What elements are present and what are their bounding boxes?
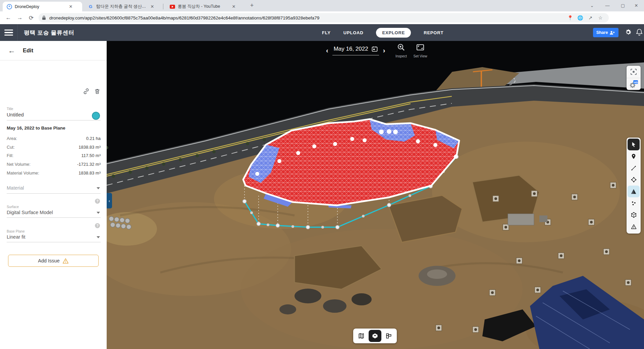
annotation-color-swatch[interactable] xyxy=(92,112,100,120)
inspect-tool[interactable]: Inspect xyxy=(392,43,411,58)
tab-youtube[interactable]: 롱붐 직상차 - YouTube ✕ xyxy=(166,2,242,11)
prev-date-icon[interactable]: ‹ xyxy=(322,47,332,54)
edit-panel-header: ← Edit xyxy=(0,41,107,60)
split-view-button[interactable] xyxy=(382,330,395,342)
youtube-favicon xyxy=(170,5,175,9)
map-viewport[interactable] xyxy=(107,41,644,349)
new-tab-button[interactable]: + xyxy=(247,0,257,11)
tab-title: 롱붐 직상차 - YouTube xyxy=(178,4,228,9)
app-header: 평택 포승 물류센터 FLY UPLOAD EXPLORE REPORT Sha… xyxy=(0,24,644,41)
link-icon[interactable] xyxy=(83,88,90,95)
nav-report[interactable]: REPORT xyxy=(424,30,443,35)
calendar-icon[interactable] xyxy=(372,46,378,52)
reload-icon[interactable]: ⟳ xyxy=(25,14,37,21)
nav-fly[interactable]: FLY xyxy=(322,30,331,35)
tool-select[interactable] xyxy=(628,139,640,150)
chevron-down-icon xyxy=(97,212,100,214)
warning-triangle-icon xyxy=(62,258,69,264)
svg-text:HD: HD xyxy=(634,81,638,84)
close-icon[interactable]: ✕ xyxy=(68,4,74,10)
view-mode-bar xyxy=(353,329,397,343)
tab-title: 탑다운 지하층 굴착 생산성 - Go xyxy=(96,4,147,9)
threed-view-button[interactable] xyxy=(369,330,381,342)
share-button[interactable]: Share xyxy=(593,28,619,37)
inspect-label: Inspect xyxy=(392,54,411,58)
main-nav: FLY UPLOAD EXPLORE REPORT xyxy=(322,24,443,41)
tool-marker[interactable] xyxy=(628,150,640,162)
tool-distance[interactable] xyxy=(628,162,640,174)
field-underline xyxy=(7,242,101,242)
surface-field-label: Surface xyxy=(7,205,19,209)
share-page-icon[interactable]: ↗ xyxy=(585,15,595,20)
tab-search-icon[interactable]: ⌄ xyxy=(584,0,600,11)
base-plane-field-label: Base Plane xyxy=(7,229,25,233)
base-plane-help-icon[interactable]: ? xyxy=(95,223,100,228)
chevron-down-icon xyxy=(97,236,100,238)
address-bar[interactable]: dronedeploy.com/app2/sites/620600cf8875c… xyxy=(39,13,609,22)
notifications-bell-icon[interactable] xyxy=(636,29,643,36)
annotation-tool-rail xyxy=(627,138,641,234)
chevron-left-icon: ‹ xyxy=(109,198,110,203)
stat-label: Cut: xyxy=(7,145,15,150)
stat-label: Area: xyxy=(7,136,17,141)
next-date-icon[interactable]: › xyxy=(379,47,389,54)
back-arrow-icon[interactable]: ← xyxy=(8,46,15,55)
issue-triangle-icon xyxy=(631,223,637,230)
stat-value: 1838.83 m³ xyxy=(78,145,101,150)
area-polygon-icon xyxy=(631,177,637,183)
back-icon[interactable]: ← xyxy=(3,14,14,21)
close-icon[interactable]: ✕ xyxy=(231,4,237,10)
tool-count[interactable] xyxy=(628,197,640,209)
set-view-icon xyxy=(416,43,425,52)
settings-gear-icon[interactable] xyxy=(625,29,632,36)
volume-pyramid-icon xyxy=(630,188,637,195)
stat-cut: Cut: 1838.83 m³ xyxy=(7,145,101,150)
minimize-button[interactable]: — xyxy=(600,0,615,11)
browser-tab-strip: DroneDeploy ✕ G 탑다운 지하층 굴착 생산성 - Go ✕ 롱붐… xyxy=(0,0,644,11)
url-text: dronedeploy.com/app2/sites/620600cf8875c… xyxy=(49,15,565,20)
map-quality-button[interactable]: HD xyxy=(627,78,641,90)
field-underline xyxy=(7,120,101,120)
set-view-tool[interactable]: Set View xyxy=(411,43,430,58)
nav-explore[interactable]: EXPLORE xyxy=(376,28,411,38)
tool-issue[interactable] xyxy=(628,221,640,233)
hamburger-menu-icon[interactable] xyxy=(4,30,13,36)
stat-label: Net Volume: xyxy=(7,162,31,167)
translate-icon[interactable]: 🌐 xyxy=(575,15,585,20)
tab-dronedeploy[interactable]: DroneDeploy ✕ xyxy=(3,2,82,11)
forward-icon[interactable]: → xyxy=(14,14,25,21)
bookmark-star-icon[interactable]: ☆ xyxy=(595,15,605,20)
stat-area: Area: 0.21 ha xyxy=(7,136,101,141)
tool-volume[interactable] xyxy=(628,186,640,197)
recenter-button[interactable] xyxy=(627,66,641,78)
nav-upload[interactable]: UPLOAD xyxy=(343,30,364,35)
tab-google-doc[interactable]: G 탑다운 지하층 굴착 생산성 - Go ✕ xyxy=(85,2,161,11)
delete-trash-icon[interactable] xyxy=(94,88,101,95)
tool-area[interactable] xyxy=(628,174,640,186)
surface-value: Digital Surface Model xyxy=(7,210,53,215)
set-view-label: Set View xyxy=(411,54,430,58)
edit-panel: ← Edit Title May 16, 2022 to Base Plane … xyxy=(0,41,107,349)
close-icon[interactable]: ✕ xyxy=(149,4,155,10)
share-label: Share xyxy=(596,30,608,35)
date-picker[interactable]: May 16, 2022 xyxy=(332,46,379,55)
material-dropdown[interactable]: Material xyxy=(7,185,101,191)
close-window-button[interactable]: ✕ xyxy=(629,0,644,11)
title-input[interactable] xyxy=(7,112,84,117)
tool-model[interactable] xyxy=(628,209,640,221)
lock-icon xyxy=(42,15,46,20)
google-favicon: G xyxy=(89,4,94,9)
stat-value: 117.50 m³ xyxy=(81,153,101,158)
svg-text:G: G xyxy=(89,4,92,9)
surface-help-icon[interactable]: ? xyxy=(95,199,100,204)
divider xyxy=(17,24,18,41)
field-underline xyxy=(7,217,101,218)
comparison-heading: May 16, 2022 to Base Plane xyxy=(7,126,65,131)
stat-label: Material Volume: xyxy=(7,170,39,176)
map-view-button[interactable] xyxy=(355,330,368,342)
base-plane-dropdown[interactable]: Linear fit xyxy=(7,234,101,240)
location-icon[interactable]: 📍 xyxy=(565,15,575,20)
sidebar-collapse-handle[interactable]: ‹ xyxy=(107,193,112,208)
add-issue-button[interactable]: Add Issue xyxy=(8,255,99,267)
surface-dropdown[interactable]: Digital Surface Model xyxy=(7,210,101,215)
